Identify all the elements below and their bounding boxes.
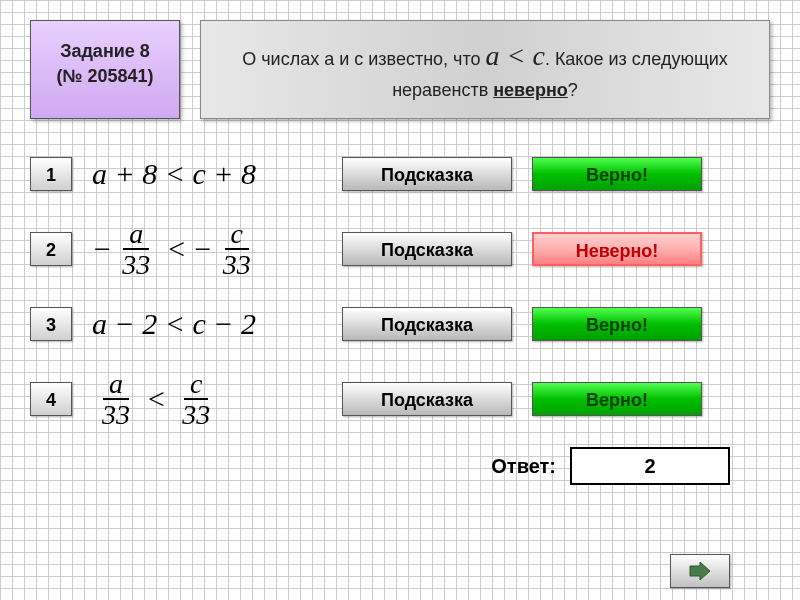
- option-number-3[interactable]: 3: [30, 307, 72, 341]
- task-title-line2: (№ 205841): [37, 64, 173, 89]
- option-row-3: 3 a − 2 < c − 2 Подсказка Верно!: [30, 289, 770, 359]
- svg-marker-0: [690, 562, 710, 580]
- options-area: 1 a + 8 < c + 8 Подсказка Верно! 2 − a 3…: [0, 129, 800, 439]
- frac-2a: a 33: [116, 219, 156, 280]
- den-2a: 33: [116, 250, 156, 279]
- answer-label: Ответ:: [491, 455, 556, 478]
- option-row-4: 4 a 33 < c 33 Подсказка Верно!: [30, 359, 770, 439]
- hint-button-1[interactable]: Подсказка: [342, 157, 512, 191]
- task-title-line1: Задание 8: [37, 39, 173, 64]
- next-button[interactable]: [670, 554, 730, 588]
- den-4a: 33: [96, 400, 136, 429]
- hint-button-3[interactable]: Подсказка: [342, 307, 512, 341]
- num-4a: a: [103, 369, 129, 400]
- lt-4: <: [146, 382, 166, 416]
- answer-value: 2: [570, 447, 730, 485]
- option-formula-4: a 33 < c 33: [92, 369, 322, 430]
- answer-row: Ответ: 2: [0, 439, 800, 485]
- expr-text-1: a + 8 < c + 8: [92, 157, 256, 191]
- question-relation: a < c: [486, 40, 545, 71]
- question-keyword: неверно: [493, 80, 568, 100]
- task-title-box: Задание 8 (№ 205841): [30, 20, 180, 119]
- num-2b: c: [225, 219, 249, 250]
- hint-button-2[interactable]: Подсказка: [342, 232, 512, 266]
- frac-4a: a 33: [96, 369, 136, 430]
- option-number-2[interactable]: 2: [30, 232, 72, 266]
- expr-text-3: a − 2 < c − 2: [92, 307, 256, 341]
- den-2b: 33: [217, 250, 257, 279]
- den-4b: 33: [176, 400, 216, 429]
- result-correct-4: Верно!: [532, 382, 702, 416]
- frac-2b: c 33: [217, 219, 257, 280]
- question-box: О числах a и c известно, что a < c. Како…: [200, 20, 770, 119]
- option-number-4[interactable]: 4: [30, 382, 72, 416]
- result-correct-1: Верно!: [532, 157, 702, 191]
- neg-sign-2a: −: [92, 232, 112, 266]
- question-prefix: О числах a и c известно, что: [242, 49, 485, 69]
- question-suffix2: ?: [568, 80, 578, 100]
- num-2a: a: [123, 219, 149, 250]
- frac-4b: c 33: [176, 369, 216, 430]
- option-row-2: 2 − a 33 < − c 33 Подсказка Неверно!: [30, 209, 770, 289]
- option-formula-2: − a 33 < − c 33: [92, 219, 322, 280]
- lt-2: <: [166, 232, 186, 266]
- neg-sign-2b: −: [193, 232, 213, 266]
- num-4b: c: [184, 369, 208, 400]
- option-row-1: 1 a + 8 < c + 8 Подсказка Верно!: [30, 139, 770, 209]
- result-correct-3: Верно!: [532, 307, 702, 341]
- option-formula-3: a − 2 < c − 2: [92, 307, 322, 341]
- option-number-1[interactable]: 1: [30, 157, 72, 191]
- hint-button-4[interactable]: Подсказка: [342, 382, 512, 416]
- option-formula-1: a + 8 < c + 8: [92, 157, 322, 191]
- arrow-right-icon: [688, 562, 712, 580]
- result-incorrect-2: Неверно!: [532, 232, 702, 266]
